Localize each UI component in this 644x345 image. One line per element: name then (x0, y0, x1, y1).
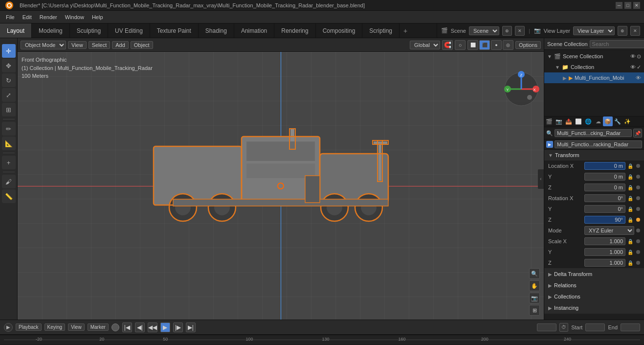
cursor-tool[interactable]: ✛ (2, 44, 16, 58)
delta-transform-header[interactable]: ▶ Delta Transform (544, 269, 644, 279)
solid-button[interactable]: ⬛ (479, 40, 490, 50)
rotation-z-lock[interactable]: 🔒 (627, 217, 634, 223)
tab-rendering[interactable]: Rendering (274, 23, 315, 38)
view-layer-remove-button[interactable]: ✕ (630, 26, 640, 36)
snap-button[interactable]: 🧲 (442, 40, 453, 50)
wireframe-button[interactable]: ⬜ (467, 40, 478, 50)
data-block-input[interactable] (555, 140, 642, 148)
grid-button[interactable]: ⊞ (529, 305, 540, 316)
jump-end-button[interactable]: ▶| (186, 322, 196, 332)
rotation-x-dot[interactable] (636, 196, 640, 200)
prop-render-icon[interactable]: 📷 (554, 116, 564, 126)
start-frame-input[interactable]: 1 (585, 323, 605, 331)
prop-view-layer-icon[interactable]: ⬜ (574, 116, 583, 126)
play-button[interactable]: ▶ (160, 322, 170, 332)
rendered-button[interactable]: ◎ (503, 40, 513, 50)
pin-button[interactable]: 📌 (633, 129, 642, 138)
viewport-gizmo[interactable]: X Y Z (503, 70, 540, 108)
location-x-lock[interactable]: 🔒 (627, 163, 634, 169)
location-x-dot[interactable] (636, 164, 640, 168)
add-cube-tool[interactable]: + (2, 156, 16, 169)
menu-window[interactable]: Window (61, 13, 88, 21)
proportional-edit-button[interactable]: ○ (455, 40, 466, 50)
menu-file[interactable]: File (2, 13, 19, 21)
hand-button[interactable]: ✋ (529, 280, 540, 291)
maximize-button[interactable]: □ (624, 2, 631, 9)
collections-header[interactable]: ▶ Collections (544, 291, 644, 302)
keying-menu-button[interactable]: Keying (44, 323, 66, 331)
mode-select[interactable]: Object Mode (21, 41, 66, 49)
play-reverse-button[interactable]: ◀◀ (148, 322, 157, 332)
playback-menu-button[interactable]: Playback (16, 323, 42, 331)
current-frame-input[interactable]: 1 (537, 323, 556, 331)
material-preview-button[interactable]: ● (491, 40, 502, 50)
transform-tool[interactable]: ⊞ (2, 103, 16, 116)
scene-dropdown[interactable]: Scene (469, 26, 499, 35)
location-z-dot[interactable] (636, 185, 640, 189)
tab-animation[interactable]: Animation (234, 23, 274, 38)
rotation-mode-select[interactable]: XYZ Euler (584, 226, 634, 235)
prop-object-icon[interactable]: 📦 (603, 116, 613, 126)
camera-button[interactable]: 📷 (529, 293, 540, 303)
scale-y-dot[interactable] (636, 250, 640, 254)
scene-settings-button[interactable]: ✕ (515, 26, 525, 36)
scene-collection-select-icon[interactable]: ⊙ (637, 53, 641, 60)
prop-output-icon[interactable]: 📤 (564, 116, 574, 126)
options-button[interactable]: Options (515, 41, 541, 49)
ruler-tool[interactable]: 📏 (2, 189, 16, 203)
outliner-scene-collection[interactable]: ▼ 🎬 Scene Collection 👁 ⊙ (544, 51, 644, 62)
scale-z-lock[interactable]: 🔒 (627, 260, 634, 266)
minimize-button[interactable]: ─ (616, 2, 622, 9)
prop-modifier-icon[interactable]: 🔧 (613, 116, 622, 126)
outliner-object-row[interactable]: ▶ ▶ Multi_Function_Mobi 👁 (544, 72, 644, 83)
tab-shading[interactable]: Shading (199, 23, 234, 38)
scale-x-dot[interactable] (636, 239, 640, 243)
add-workspace-button[interactable]: + (400, 23, 411, 38)
view-menu-button-tl[interactable]: View (68, 323, 85, 331)
menu-render[interactable]: Render (36, 13, 61, 21)
transform-section-header[interactable]: ▼ Transform (544, 150, 644, 161)
step-forward-button[interactable]: |▶ (173, 322, 183, 332)
view-layer-add-button[interactable]: ⊕ (618, 26, 627, 36)
location-y-lock[interactable]: 🔒 (627, 174, 634, 180)
add-menu-button[interactable]: Add (112, 41, 129, 49)
tab-layout[interactable]: Layout (0, 23, 32, 38)
tab-scripting[interactable]: Scripting (362, 23, 400, 38)
tab-uv-editing[interactable]: UV Editing (108, 23, 150, 38)
tab-modeling[interactable]: Modeling (32, 23, 70, 38)
rotation-y-lock[interactable]: 🔒 (627, 207, 634, 212)
viewport[interactable]: Object Mode View Select Add Object Globa… (18, 38, 544, 320)
zoom-in-button[interactable]: 🔍 (529, 268, 540, 279)
prop-scene2-icon[interactable]: 🌐 (583, 116, 593, 126)
instancing-header[interactable]: ▶ Instancing (544, 302, 644, 313)
prop-world-icon[interactable]: ☁ (593, 116, 603, 126)
jump-start-button[interactable]: |◀ (122, 322, 132, 332)
rotate-tool[interactable]: ↻ (2, 73, 16, 87)
object-menu-button[interactable]: Object (131, 41, 153, 49)
timestamp-button[interactable]: ⏱ (559, 323, 568, 332)
prop-scene-icon[interactable]: 🎬 (544, 116, 554, 126)
tab-compositing[interactable]: Compositing (316, 23, 363, 38)
measure-tool[interactable]: 📐 (2, 137, 16, 150)
panel-collapse-arrow[interactable]: ‹ (538, 169, 544, 189)
scale-x-lock[interactable]: 🔒 (627, 239, 634, 244)
scale-z-dot[interactable] (636, 261, 640, 265)
menu-help[interactable]: Help (88, 13, 107, 21)
tab-sculpting[interactable]: Sculpting (70, 23, 108, 38)
scale-tool[interactable]: ⤢ (2, 88, 16, 102)
object-eye-icon[interactable]: 👁 (636, 75, 641, 81)
step-back-button[interactable]: ◀| (135, 322, 145, 332)
prop-particles-icon[interactable]: ✨ (622, 116, 632, 126)
marker-menu-button[interactable]: Marker (88, 323, 109, 331)
viewport-canvas[interactable]: Front Orthographic (1) Collection | Mult… (18, 52, 544, 320)
menu-edit[interactable]: Edit (19, 13, 36, 21)
collection-eye-icon[interactable]: 👁 (630, 64, 636, 70)
tab-texture-paint[interactable]: Texture Paint (150, 23, 199, 38)
rotation-y-dot[interactable] (636, 207, 640, 211)
scene-options-button[interactable]: ⊕ (502, 26, 512, 36)
scale-y-lock[interactable]: 🔒 (627, 250, 634, 255)
object-search-input[interactable] (555, 129, 632, 137)
record-button[interactable] (111, 323, 119, 331)
location-y-dot[interactable] (636, 175, 640, 179)
transform-select[interactable]: Global (410, 41, 440, 49)
